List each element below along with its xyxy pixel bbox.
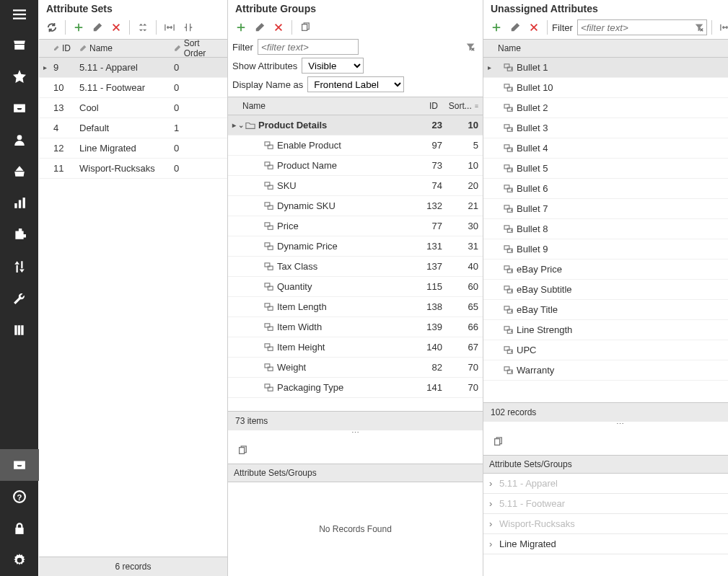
- lower-row[interactable]: › Line Migrated: [483, 534, 728, 554]
- table-row[interactable]: Bullet 7 239: [483, 199, 728, 219]
- sort-button[interactable]: [134, 19, 152, 36]
- copy-button[interactable]: [489, 433, 506, 451]
- nav-plugin[interactable]: [0, 219, 39, 251]
- plus-icon: [236, 22, 246, 32]
- add-button[interactable]: [70, 19, 87, 36]
- table-body: ▸ ⌄ Product Details 23 10 Enable Product…: [228, 115, 483, 411]
- table-row[interactable]: Weight 82 70: [228, 358, 483, 378]
- nav-user[interactable]: [0, 124, 39, 156]
- table-row[interactable]: Dynamic Price 131 31: [228, 236, 483, 257]
- attribute-icon: [264, 384, 274, 392]
- nav-help[interactable]: ?: [0, 481, 39, 513]
- header-name[interactable]: Name: [242, 101, 266, 111]
- table-row[interactable]: Price 77 30: [228, 216, 483, 236]
- table-row[interactable]: 10 5.11 - Footwear 0: [39, 78, 227, 98]
- col-button[interactable]: [180, 19, 197, 36]
- table-row[interactable]: Bullet 4 210: [483, 138, 728, 159]
- header-sort[interactable]: Sort...: [449, 101, 472, 111]
- copy-button[interactable]: [234, 442, 251, 459]
- filter-clear-icon[interactable]: [465, 41, 476, 53]
- nav-wrench[interactable]: [0, 283, 39, 314]
- table-row[interactable]: ▸ 9 5.11 - Apparel 0: [39, 58, 227, 78]
- footer-count: 102 records: [483, 402, 728, 422]
- toolbar: [39, 16, 227, 39]
- table-row[interactable]: Bullet 10 179: [483, 78, 728, 98]
- delete-button[interactable]: [525, 19, 543, 36]
- table-row[interactable]: Packaging Type 141 70: [228, 378, 483, 398]
- lower-row[interactable]: › Wisport-Rucksaks: [483, 514, 728, 534]
- table-row[interactable]: Bullet 9 198: [483, 239, 728, 260]
- table-row[interactable]: eBay Title 224: [483, 300, 728, 320]
- table-row[interactable]: Bullet 2 197: [483, 98, 728, 118]
- nav-lock[interactable]: [0, 513, 39, 544]
- table-row[interactable]: Item Height 140 67: [228, 337, 483, 358]
- nav-books[interactable]: [0, 314, 39, 346]
- edit-button[interactable]: [506, 19, 524, 36]
- header-sort[interactable]: Sort Order: [184, 38, 223, 58]
- show-attrs-select[interactable]: Visible: [302, 58, 364, 74]
- refresh-button[interactable]: [43, 19, 61, 36]
- lower-row[interactable]: › 5.11 - Footwear: [483, 494, 728, 514]
- filter-clear-icon[interactable]: [693, 22, 705, 33]
- table-row[interactable]: 12 Line Migrated 0: [39, 138, 227, 159]
- lower-row[interactable]: › 5.11 - Apparel: [483, 474, 728, 494]
- edit-button[interactable]: [89, 19, 106, 36]
- attribute-star-icon: [504, 326, 514, 334]
- header-name[interactable]: Name: [498, 43, 521, 53]
- table-row[interactable]: Product Name 73 10: [228, 156, 483, 176]
- table-row[interactable]: Item Length 138 65: [228, 297, 483, 317]
- table-row[interactable]: Line Strength 161: [483, 320, 728, 340]
- table-row[interactable]: Enable Product 97 5: [228, 136, 483, 156]
- nav-archive[interactable]: [0, 449, 39, 481]
- nav-gear[interactable]: [0, 544, 39, 576]
- table-row[interactable]: 13 Cool 0: [39, 98, 227, 118]
- copy-button[interactable]: [297, 19, 314, 36]
- tree-toggle[interactable]: ⌄: [238, 121, 245, 129]
- nav-inbox[interactable]: [0, 92, 39, 124]
- attribute-star-icon: [504, 366, 514, 375]
- table-row[interactable]: 4 Default 1: [39, 118, 227, 138]
- table-row[interactable]: Quantity 115 60: [228, 277, 483, 297]
- lower-title: Attribute Sets/Groups: [483, 455, 728, 474]
- header-name[interactable]: Name: [89, 43, 113, 53]
- display-name-select[interactable]: Frontend Label: [307, 76, 404, 92]
- table-row[interactable]: Bullet 3 205: [483, 118, 728, 138]
- table-row[interactable]: Dynamic SKU 132 21: [228, 196, 483, 216]
- nav-updown[interactable]: [0, 251, 39, 283]
- table-row[interactable]: SKU 74 20: [228, 176, 483, 196]
- filter-input[interactable]: [577, 19, 707, 35]
- group-row[interactable]: ▸ ⌄ Product Details 23 10: [228, 115, 483, 136]
- nav-menu-button[interactable]: [0, 0, 39, 29]
- resize-handle[interactable]: ⋯: [228, 430, 483, 438]
- nav-basket[interactable]: [0, 156, 39, 187]
- nav-store[interactable]: [0, 29, 39, 61]
- table-row[interactable]: 11 Wisport-Rucksaks 0: [39, 159, 227, 179]
- delete-button[interactable]: [270, 19, 287, 36]
- fit-button[interactable]: [161, 19, 178, 36]
- table-row[interactable]: eBay Price 241: [483, 260, 728, 280]
- table-row[interactable]: Item Width 139 66: [228, 317, 483, 337]
- table-row[interactable]: Warranty 190: [483, 360, 728, 381]
- filter-input[interactable]: [258, 39, 359, 55]
- fit-button[interactable]: [716, 19, 728, 36]
- books-icon: [13, 324, 26, 337]
- nav-chart[interactable]: [0, 187, 39, 219]
- panel-title: Unassigned Attributes: [483, 0, 728, 16]
- table-row[interactable]: eBay Subtitle 165: [483, 280, 728, 300]
- add-button[interactable]: [232, 19, 250, 36]
- resize-handle[interactable]: ⋯: [483, 422, 728, 429]
- nav-star[interactable]: [0, 61, 39, 92]
- table-row[interactable]: Bullet 8 238: [483, 219, 728, 239]
- header-id[interactable]: ID: [62, 43, 71, 53]
- table-row[interactable]: ▸ Bullet 1 178: [483, 58, 728, 78]
- table-row[interactable]: Tax Class 137 40: [228, 257, 483, 277]
- table-row[interactable]: UPC 246: [483, 340, 728, 360]
- header-id[interactable]: ID: [429, 101, 438, 111]
- delete-button[interactable]: [108, 19, 125, 36]
- x-icon: [529, 22, 539, 32]
- edit-button[interactable]: [251, 19, 268, 36]
- table-row[interactable]: Bullet 6 189: [483, 179, 728, 199]
- add-button[interactable]: [488, 19, 505, 36]
- table-row[interactable]: Bullet 5 201: [483, 159, 728, 179]
- attribute-icon: [264, 303, 274, 311]
